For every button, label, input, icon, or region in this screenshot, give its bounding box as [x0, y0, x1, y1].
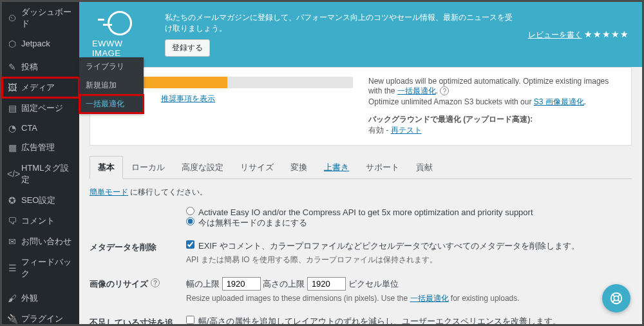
bulk-optimize-link[interactable]: 一括最適化 — [397, 86, 436, 95]
brush-icon: 🖌 — [7, 294, 17, 303]
sidebar-item-label: HTMLタグ設定 — [21, 162, 74, 186]
sidebar-item-jetpack[interactable]: ⬡Jetpack — [2, 34, 79, 53]
tab-override[interactable]: 上書き — [316, 156, 357, 178]
svg-line-4 — [612, 300, 615, 303]
star-icon: ✪ — [7, 196, 17, 205]
help-icon[interactable]: ? — [440, 86, 449, 95]
grid-icon: ▦ — [7, 143, 17, 152]
radio-freemode[interactable] — [186, 217, 194, 225]
s3-optimize-link[interactable]: S3 画像最適化 — [534, 97, 584, 106]
ewww-logo: EWWW IMAGE — [92, 11, 153, 58]
list-icon: ☰ — [7, 264, 17, 273]
lifebuoy-icon — [609, 291, 623, 305]
aperture-icon — [108, 11, 132, 35]
media-flyout-submenu: ライブラリ 新規追加 一括最適化 — [79, 57, 144, 113]
tab-resize[interactable]: リサイズ — [232, 156, 282, 178]
svg-point-1 — [614, 296, 618, 300]
comment-icon: 🗨 — [7, 216, 17, 225]
sidebar-item-label: コメント — [21, 215, 55, 227]
svg-line-3 — [618, 294, 621, 297]
retest-link[interactable]: 再テスト — [391, 126, 422, 135]
sidebar-item-cta[interactable]: ◔CTA — [2, 119, 79, 137]
submenu-bulk-optimize[interactable]: 一括最適化 — [79, 95, 144, 113]
unit-label: ピクセル単位 — [348, 279, 399, 289]
sidebar-item-label: ダッシュボード — [21, 6, 74, 30]
meta-remove-checkbox[interactable] — [186, 240, 194, 249]
sidebar-item-seo[interactable]: ✪SEO設定 — [2, 190, 79, 211]
show-recommendations-link[interactable]: 推奨事項を表示 — [161, 93, 215, 104]
submenu-library[interactable]: ライブラリ — [79, 57, 144, 76]
plug-icon: 🔌 — [7, 314, 17, 323]
bg-optimize-title: バックグラウンドで最適化 (アップロード高速): — [368, 114, 620, 125]
optimization-score-panel: ア 50% 推奨事項を表示 New uploads will be optimi… — [90, 67, 632, 146]
meta-remove-sub: API または簡易 IO を使用する際、カラープロファイルは保持されます。 — [186, 254, 632, 265]
sidebar-item-pages[interactable]: ▤固定ページ — [2, 98, 79, 119]
sidebar-item-label: Jetpack — [21, 39, 50, 48]
tab-advanced[interactable]: 高度な設定 — [173, 156, 232, 178]
tab-local[interactable]: ローカル — [123, 156, 173, 178]
rating-stars: ★★★★★ — [584, 29, 629, 39]
sidebar-item-comments[interactable]: 🗨コメント — [2, 211, 79, 231]
tab-contribute[interactable]: 貢献 — [408, 156, 441, 178]
sidebar-item-label: SEO設定 — [21, 195, 55, 206]
svg-line-5 — [618, 300, 621, 303]
sidebar-item-contact[interactable]: ✉お問い合わせ — [2, 231, 79, 252]
svg-line-2 — [612, 294, 615, 297]
logo-text: EWWW IMAGE — [92, 39, 153, 58]
width-input[interactable] — [222, 277, 261, 291]
score-text-2b: . — [584, 97, 586, 106]
plugin-banner: EWWW IMAGE 私たちのメールマガジンに登録して、パフォーマンス向上のコツ… — [79, 2, 642, 67]
admin-sidebar: ⏲ダッシュボード ⬡Jetpack ✎投稿 🖼メディア ▤固定ページ ◔CTA … — [2, 2, 79, 324]
tab-convert[interactable]: 変換 — [282, 156, 316, 178]
sidebar-item-label: CTA — [21, 123, 37, 133]
sidebar-item-posts[interactable]: ✎投稿 — [2, 57, 79, 77]
sidebar-item-htmltag[interactable]: </>HTMLタグ設定 — [2, 158, 79, 190]
width-label: 幅の上限 — [186, 279, 220, 289]
tab-basic[interactable]: 基本 — [90, 156, 123, 179]
help-fab-button[interactable] — [602, 284, 630, 312]
sidebar-item-ads[interactable]: ▦広告管理 — [2, 137, 79, 158]
pin-icon: ✎ — [7, 62, 17, 72]
easy-mode-link[interactable]: 簡単モード — [90, 187, 128, 197]
sidebar-item-label: プラグイン — [21, 313, 63, 325]
sidebar-item-label: 外観 — [21, 292, 38, 304]
write-review-link[interactable]: レビューを書く — [528, 30, 582, 39]
subscribe-button[interactable]: 登録する — [165, 39, 210, 57]
radio-freemode-label[interactable]: 今は無料モードのままにする — [186, 218, 307, 227]
radio-easyio-label[interactable]: Activate Easy IO and/or the Compress API… — [186, 207, 533, 217]
cta-icon: ◔ — [7, 124, 17, 133]
page-icon: ▤ — [7, 104, 17, 113]
missing-dims-checkbox[interactable] — [186, 316, 194, 324]
missing-dims-checkbox-label[interactable]: 幅/高さの属性を追加してレイアウトのずれを減らし、ユーザーエクスペリエンスを改善… — [186, 316, 561, 324]
jetpack-icon: ⬡ — [7, 39, 17, 48]
resize-label: 画像のリサイズ — [90, 278, 148, 290]
height-label: 高さの上限 — [263, 279, 305, 289]
tab-support[interactable]: サポート — [357, 156, 408, 178]
meta-remove-label: メタデータを削除 — [90, 240, 180, 265]
sidebar-item-feedback[interactable]: ☰フィードバック — [2, 252, 79, 284]
mail-icon: ✉ — [7, 237, 17, 246]
score-text-1b: . — [436, 86, 440, 95]
bg-optimize-status: 有効 - — [368, 126, 391, 135]
sidebar-item-media[interactable]: 🖼メディア — [2, 77, 79, 98]
resize-sub-b: for existing uploads. — [449, 294, 520, 303]
resize-bulk-link[interactable]: 一括最適化 — [410, 294, 449, 303]
gauge-icon: ⏲ — [7, 14, 17, 23]
submenu-addnew[interactable]: 新規追加 — [79, 76, 144, 95]
banner-message: 私たちのメールマガジンに登録して、パフォーマンス向上のコツやセール情報、最新のニ… — [165, 12, 516, 34]
resize-sub-a: Resize uploaded images to these dimensio… — [186, 294, 410, 303]
settings-tabs: 基本 ローカル 高度な設定 リサイズ 変換 上書き サポート 貢献 — [90, 156, 632, 179]
sidebar-item-label: 投稿 — [21, 61, 38, 73]
radio-easyio[interactable] — [186, 207, 194, 215]
sidebar-item-appearance[interactable]: 🖌外観 — [2, 288, 79, 309]
sidebar-item-label: メディア — [21, 82, 55, 93]
sidebar-item-label: お問い合わせ — [21, 236, 71, 247]
easy-mode-text: に移行してください。 — [128, 187, 207, 197]
height-input[interactable] — [307, 277, 346, 291]
help-icon[interactable]: ? — [151, 278, 160, 287]
meta-remove-checkbox-label[interactable]: EXIF やコメント、カラープロファイルなどピクセルデータでないすべてのメタデー… — [186, 241, 580, 251]
sidebar-item-dashboard[interactable]: ⏲ダッシュボード — [2, 2, 79, 34]
main-content: EWWW IMAGE 私たちのメールマガジンに登録して、パフォーマンス向上のコツ… — [79, 2, 642, 324]
sidebar-item-plugins[interactable]: 🔌プラグイン — [2, 309, 79, 326]
sidebar-item-label: 固定ページ — [21, 102, 63, 114]
